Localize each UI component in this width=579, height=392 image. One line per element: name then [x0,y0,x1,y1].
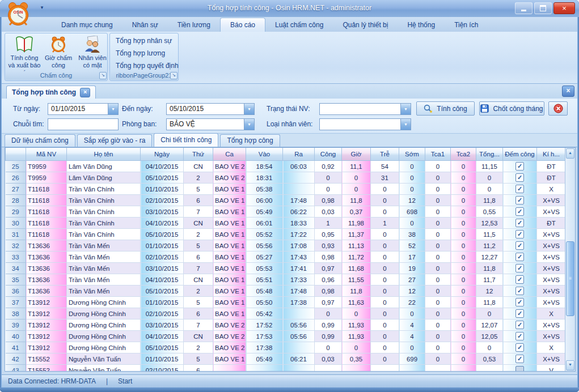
cell-ki-hieu[interactable]: X [537,308,566,319]
ribbon-tab-quan-ly-thiet-bi[interactable]: Quản lý thiết bị [333,18,398,32]
cell-tca2[interactable]: 0 [451,331,476,342]
cell-ki-hieu[interactable]: X+VS [537,286,566,297]
cell-tre[interactable]: 0 [371,331,399,342]
cell-som[interactable] [399,365,425,372]
cell-gio[interactable]: 11,8 [342,195,371,206]
ribbon-tab-luat-cham-cong[interactable]: Luật chấm công [265,18,333,32]
cell-thu[interactable]: 5 [184,240,213,252]
cell-cong[interactable]: 0,98 [315,195,342,206]
cell-ma-nv[interactable]: T13636 [26,252,67,263]
cell-ca[interactable]: BAO VE 1 [213,229,246,240]
header-dem-cong[interactable]: Đếm công [503,148,537,161]
cell-ca[interactable]: BAO VE 1 [213,206,246,218]
cell-tca1[interactable]: 0 [425,297,451,308]
cell-thu[interactable]: 2 [184,172,213,184]
cell-tca2[interactable]: 0 [451,274,476,286]
tab-sap-xep-gio-vao-ra[interactable]: Sắp xếp giờ vào - ra [77,134,153,147]
cell-thu[interactable]: 5 [184,297,213,308]
cell-ca[interactable]: BAO VE 2 [213,172,246,184]
dem-cong-checkbox[interactable]: ✓ [515,298,524,306]
cell-ca[interactable]: BAO VE 1 [213,297,246,308]
header-tca2[interactable]: Tca2 [451,148,476,161]
cell-tong[interactable]: 12,53 [476,218,503,229]
header-cong[interactable]: Công [315,148,342,161]
cell-tca2[interactable]: 0 [451,161,476,172]
cell-som[interactable]: 52 [399,240,425,252]
tab-du-lieu-cham-cong[interactable]: Dữ liệu chấm công [5,134,75,147]
cell-ma-nv[interactable]: T11618 [26,195,67,206]
cell-tong[interactable]: 0 [476,184,503,195]
cell-tre[interactable]: 0 [371,308,399,319]
cell-ho-ten[interactable]: Dương Hồng Chính [67,308,141,319]
ribbon-tab-bao-cao[interactable]: Báo cáo [220,18,265,32]
cell-tre[interactable]: 0 [371,184,399,195]
menu-item-tong-hop-quyet-dinh[interactable]: Tổng hợp quyết định [112,59,176,72]
cell-row-number[interactable]: 34 [6,263,26,274]
menu-item-tong-hop-luong[interactable]: Tổng hợp lương [112,47,176,59]
cell-gio[interactable]: 0 [342,184,371,195]
quick-access-chevron-down-icon[interactable]: ▾ [37,3,47,12]
cell-row-number[interactable]: 39 [6,319,26,331]
cell-cong[interactable]: 1 [315,218,342,229]
cell-vao[interactable]: 05:38 [246,184,283,195]
cell-ra[interactable]: 18:33 [283,218,315,229]
cell-tca2[interactable]: 0 [451,195,476,206]
cell-ki-hieu[interactable]: X+VS [537,240,566,252]
ribbon-tab-tien-luong[interactable]: Tiền lương [168,18,220,32]
cell-dem-cong[interactable]: ✓ [503,195,537,206]
cell-ca[interactable]: BAO VE 1 [213,263,246,274]
cell-row-number[interactable]: 35 [6,274,26,286]
cell-ma-nv[interactable]: T13912 [26,319,67,331]
header-som[interactable]: Sớm [399,148,425,161]
cell-tca2[interactable] [451,365,476,372]
tab-tong-hop-cong[interactable]: Tổng hợp công [220,134,280,147]
cell-som[interactable]: 0 [399,342,425,353]
cell-tre[interactable]: 0 [371,297,399,308]
cell-dem-cong[interactable]: ✓ [503,297,537,308]
cell-dem-cong[interactable]: ✓ [503,331,537,342]
cell-ngay[interactable]: 05/10/2015 [141,286,184,297]
header-ra[interactable]: Ra [283,148,315,161]
dem-cong-checkbox[interactable]: ✓ [515,253,524,261]
cell-som[interactable]: 698 [399,206,425,218]
cell-ho-ten[interactable]: Trần Văn Mến [67,274,141,286]
cell-ngay[interactable]: 01/10/2015 [141,353,184,365]
cell-vao[interactable]: 17:53 [246,331,283,342]
chevron-down-icon[interactable]: ▼ [400,104,411,114]
cell-ngay[interactable]: 02/10/2015 [141,252,184,263]
cell-row-number[interactable]: 33 [6,252,26,263]
cell-tong[interactable]: 12 [476,286,503,297]
cell-tca1[interactable]: 0 [425,172,451,184]
cell-som[interactable]: 0 [399,172,425,184]
cell-tong[interactable]: 12,05 [476,331,503,342]
search-string-input[interactable] [48,119,118,130]
cell-dem-cong[interactable]: ✓ [503,240,537,252]
cell-ho-ten[interactable]: Lâm Văn Dũng [67,161,141,172]
cell-vao[interactable]: 05:53 [246,263,283,274]
cell-tca2[interactable]: 0 [451,229,476,240]
vertical-scrollbar[interactable]: ▲ ≡ ▼ [565,148,575,371]
cell-som[interactable]: 12 [399,195,425,206]
employee-status-select[interactable]: ▼ [319,103,411,115]
cell-som[interactable]: 0 [399,308,425,319]
cell-ca[interactable] [213,365,246,372]
button-nhan-vien-co-mat[interactable]: Nhân viên có mặt [75,35,109,76]
cell-cong[interactable]: 0,96 [315,274,342,286]
cell-tca1[interactable]: 0 [425,274,451,286]
dem-cong-checkbox[interactable] [515,366,524,372]
cell-dem-cong[interactable]: ✓ [503,353,537,365]
cell-tca2[interactable]: 0 [451,184,476,195]
cell-thu[interactable]: 2 [184,286,213,297]
dem-cong-checkbox[interactable]: ✓ [515,241,524,250]
cell-som[interactable]: 17 [399,252,425,263]
cell-tre[interactable]: 0 [371,206,399,218]
dem-cong-checkbox[interactable]: ✓ [515,207,524,216]
cell-ca[interactable]: BAO VE 1 [213,195,246,206]
cell-ma-nv[interactable]: T15552 [26,353,67,365]
button-gio-cham-cong[interactable]: Giờ chấm công [41,35,75,76]
cell-cong[interactable] [315,365,342,372]
cell-cong[interactable]: 0,95 [315,229,342,240]
cell-tca2[interactable]: 0 [451,286,476,297]
cell-ca[interactable]: BAO VE 1 [213,353,246,365]
cell-tong[interactable]: 11,2 [476,240,503,252]
